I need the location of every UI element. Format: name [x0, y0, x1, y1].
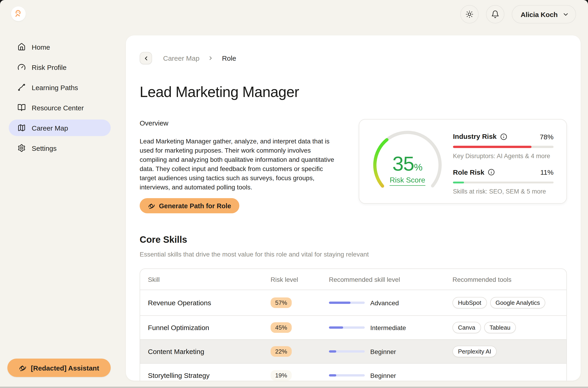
table-row[interactable]: Storytelling Strategy 19% Beginner	[140, 363, 566, 381]
table-row[interactable]: Funnel Optimization 45% Intermediate Can…	[140, 315, 566, 339]
level-bar	[329, 374, 365, 377]
sidebar-item-resource-center[interactable]: Resource Center	[9, 99, 111, 116]
gauge-icon	[18, 63, 26, 71]
column-header-risk-level: Risk level	[271, 276, 329, 283]
orbit-icon	[148, 202, 155, 209]
sidebar-item-home[interactable]: Home	[9, 39, 111, 55]
back-button[interactable]	[140, 52, 152, 64]
home-icon	[18, 43, 26, 51]
gear-icon	[18, 144, 26, 152]
sidebar-item-label: Career Map	[32, 124, 68, 132]
role-risk-note: Skills at risk: SEO, SEM & 5 more	[453, 188, 554, 196]
skill-name: Revenue Operations	[140, 299, 271, 307]
industry-risk-group: Industry Risk 78% Key Disruptors	[453, 132, 554, 160]
core-skills-subtitle: Essential skills that drive the most val…	[140, 250, 567, 259]
tools-cell: Perplexity AI	[452, 346, 566, 357]
sidebar-item-label: Home	[32, 43, 50, 51]
chevron-down-icon	[562, 11, 569, 18]
sidebar-item-label: Settings	[32, 144, 57, 152]
app-window: Alicia Koch Home Risk Profile	[0, 0, 588, 387]
tools-cell: CanvaTableau	[452, 322, 566, 333]
industry-risk-bar-fill	[453, 146, 531, 148]
risk-score-link[interactable]: Risk Score	[390, 176, 425, 186]
risk-badge: 57%	[271, 297, 292, 308]
sidebar-item-settings[interactable]: Settings	[9, 140, 111, 156]
level-bar	[329, 302, 365, 304]
core-skills-table: Skill Risk level Recommended skill level…	[140, 268, 567, 381]
user-name: Alicia Koch	[521, 10, 558, 18]
level-label: Intermediate	[370, 324, 406, 331]
role-risk-group: Role Risk 11% Skills at risk: SE	[453, 168, 554, 196]
industry-risk-note: Key Disruptors: AI Agents & 4 more	[453, 152, 554, 160]
user-menu-button[interactable]: Alicia Koch	[512, 5, 576, 24]
role-risk-bar-fill	[453, 181, 464, 183]
chevron-right-icon	[208, 55, 214, 61]
column-header-skill: Skill	[140, 276, 271, 283]
industry-risk-value: 78%	[540, 133, 554, 141]
breadcrumb: Career Map Role	[140, 52, 567, 64]
role-risk-label: Role Risk	[453, 168, 484, 176]
column-header-skill-level: Recommended skill level	[329, 276, 452, 283]
notifications-button[interactable]	[486, 5, 505, 24]
theme-toggle-button[interactable]	[460, 5, 479, 24]
logo-mark-icon	[14, 9, 23, 18]
tool-pill: Google Analytics	[490, 297, 545, 309]
sidebar-item-label: Learning Paths	[32, 83, 78, 91]
overview-label: Overview	[140, 119, 339, 127]
role-description: Lead Marketing Manager gather, analyze, …	[140, 137, 339, 192]
role-risk-value: 11%	[540, 168, 554, 176]
skill-name: Funnel Optimization	[140, 324, 271, 331]
breadcrumb-current: Role	[222, 54, 236, 62]
risk-score-value: 35%	[371, 152, 444, 175]
skill-name: Content Marketing	[140, 348, 271, 355]
assistant-button-label: [Redacted] Assistant	[31, 364, 99, 372]
assistant-button[interactable]: [Redacted] Assistant	[7, 359, 111, 377]
sidebar-nav: Home Risk Profile Learning Paths Res	[9, 39, 111, 156]
skill-name: Storytelling Strategy	[140, 371, 271, 379]
role-risk-bar	[453, 181, 554, 183]
column-header-tools: Recommended tools	[452, 276, 566, 283]
table-row[interactable]: Revenue Operations 57% Advanced HubSpotG…	[140, 290, 566, 315]
chevron-left-icon	[143, 55, 149, 61]
info-icon[interactable]	[488, 169, 495, 176]
page-title: Lead Marketing Manager	[140, 83, 567, 101]
bell-icon	[491, 10, 499, 18]
info-icon[interactable]	[500, 133, 507, 140]
tool-pill: HubSpot	[452, 297, 487, 309]
sidebar-item-learning-paths[interactable]: Learning Paths	[9, 79, 111, 96]
tool-pill: Perplexity AI	[452, 346, 497, 357]
risk-badge: 45%	[271, 322, 292, 333]
generate-path-label: Generate Path for Role	[159, 202, 231, 209]
header-actions: Alicia Koch	[460, 5, 576, 24]
table-row[interactable]: Content Marketing 22% Beginner Perplexit…	[140, 339, 566, 363]
sidebar-item-risk-profile[interactable]: Risk Profile	[9, 59, 111, 75]
main-content: Career Map Role Lead Marketing Manager O…	[126, 35, 581, 381]
skills-table-body: Revenue Operations 57% Advanced HubSpotG…	[140, 290, 566, 381]
risk-score-gauge: 35% Risk Score	[371, 131, 444, 199]
level-label: Beginner	[370, 372, 396, 379]
window-bottom-edge	[0, 387, 588, 388]
sidebar-item-career-map[interactable]: Career Map	[9, 120, 111, 136]
tool-pill: Canva	[452, 322, 481, 333]
overview-block: Overview Lead Marketing Manager gather, …	[140, 119, 339, 213]
level-label: Beginner	[370, 348, 396, 355]
route-icon	[18, 83, 26, 92]
sidebar-item-label: Resource Center	[32, 104, 84, 112]
sidebar-item-label: Risk Profile	[32, 63, 67, 71]
level-bar	[329, 326, 365, 329]
tools-cell: HubSpotGoogle Analytics	[452, 297, 566, 309]
map-icon	[18, 124, 26, 132]
core-skills-title: Core Skills	[140, 234, 567, 246]
book-open-icon	[18, 103, 26, 112]
app-logo	[11, 6, 26, 21]
generate-path-button[interactable]: Generate Path for Role	[140, 198, 239, 213]
breadcrumb-parent[interactable]: Career Map	[163, 54, 199, 62]
table-header-row: Skill Risk level Recommended skill level…	[140, 269, 566, 290]
level-bar	[329, 350, 365, 353]
level-label: Advanced	[370, 299, 399, 306]
industry-risk-label: Industry Risk	[453, 132, 497, 141]
sun-icon	[466, 10, 474, 18]
risk-badge: 19%	[271, 370, 292, 381]
orbit-icon	[19, 364, 27, 372]
industry-risk-bar	[453, 146, 554, 148]
